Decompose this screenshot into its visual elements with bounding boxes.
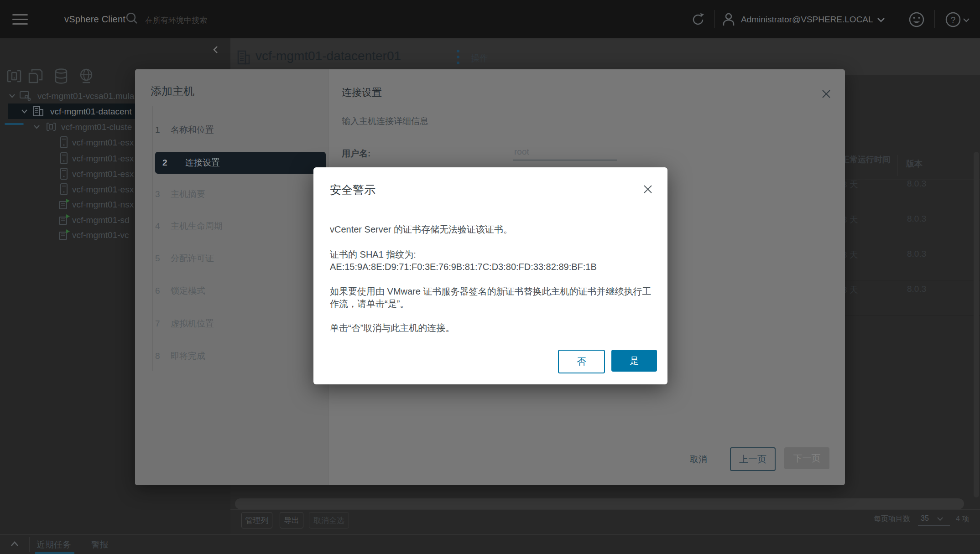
dialog-message-sha-label: 证书的 SHA1 指纹为: — [330, 249, 655, 261]
no-button[interactable]: 否 — [558, 350, 605, 373]
dialog-title: 安全警示 — [330, 182, 375, 197]
dialog-message-verify: vCenter Server 的证书存储无法验证该证书。 — [330, 223, 655, 236]
security-alert-dialog: 安全警示 vCenter Server 的证书存储无法验证该证书。 证书的 SH… — [313, 167, 667, 384]
vsphere-client-window: vSphere Client 在所有环境中搜索 Administrator@VS… — [0, 0, 980, 554]
dialog-message-cancel-hint: 单击“否”取消与此主机的连接。 — [330, 322, 655, 334]
dialog-close-icon[interactable] — [643, 184, 653, 194]
dialog-message-replace-cert: 如果要使用由 VMware 证书服务器签名的新证书替换此主机的证书并继续执行工作… — [330, 285, 655, 310]
yes-button[interactable]: 是 — [611, 350, 657, 372]
dialog-sha1-fingerprint: AE:15:9A:8E:D9:71:F0:3E:76:9B:81:7C:D3:8… — [330, 261, 655, 273]
